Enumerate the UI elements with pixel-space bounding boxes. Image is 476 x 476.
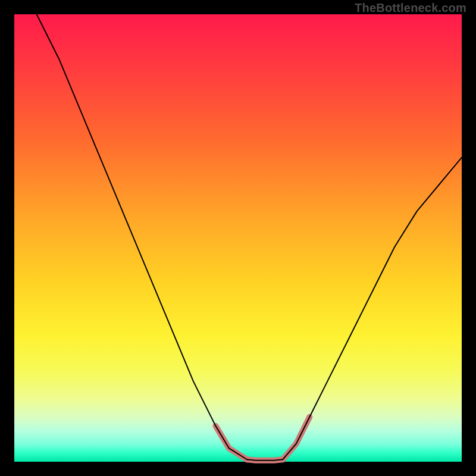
bottleneck-curve: [37, 14, 462, 461]
curve-left-branch: [37, 14, 247, 459]
chart-stage: TheBottleneck.com: [0, 0, 476, 476]
plot-area: [14, 14, 462, 462]
watermark-text: TheBottleneck.com: [355, 1, 466, 15]
curve-layer: [14, 14, 462, 462]
highlight-segment: [215, 426, 247, 459]
valley-highlight: [215, 417, 309, 461]
highlight-segment: [283, 417, 309, 459]
